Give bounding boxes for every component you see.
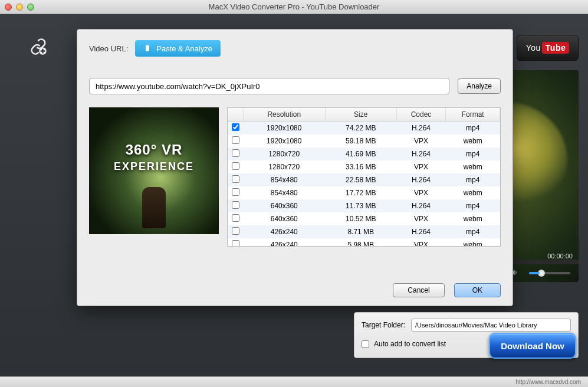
ok-button[interactable]: OK [454, 283, 501, 297]
table-row[interactable]: 854x48017.72 MBVPXwebm [228, 186, 500, 199]
cancel-button[interactable]: Cancel [393, 283, 444, 297]
cell-codec: VPX [396, 212, 446, 225]
cell-format: mp4 [446, 199, 500, 212]
auto-add-label: Auto add to convert list [374, 340, 446, 348]
traffic-lights [5, 4, 34, 11]
add-link-tool[interactable] [29, 38, 47, 55]
table-row[interactable]: 640x36010.52 MBVPXwebm [228, 212, 500, 225]
cell-format: mp4 [446, 122, 500, 135]
cell-format: webm [446, 186, 500, 199]
table-row[interactable]: 854x48022.58 MBH.264mp4 [228, 173, 500, 186]
cell-size: 17.72 MB [325, 186, 396, 199]
footer-bar: http://www.macxdvd.com [0, 376, 588, 387]
app-background: YouTube 00:00:00 Video URL: Paste & Anal… [0, 14, 588, 376]
close-window-button[interactable] [5, 4, 12, 11]
cell-size: 33.16 MB [325, 160, 396, 173]
video-url-label: Video URL: [89, 44, 128, 53]
clipboard-icon [143, 44, 152, 53]
cell-codec: H.264 [396, 147, 446, 160]
cell-format: mp4 [446, 147, 500, 160]
cell-format: webm [446, 238, 500, 247]
row-checkbox[interactable] [232, 136, 239, 144]
cell-codec: H.264 [396, 225, 446, 238]
cell-codec: H.264 [396, 173, 446, 186]
target-folder-label: Target Folder: [362, 321, 405, 329]
cell-size: 5.98 MB [325, 238, 396, 247]
cell-size: 8.71 MB [325, 225, 396, 238]
zoom-window-button[interactable] [27, 4, 34, 11]
row-checkbox[interactable] [232, 175, 239, 183]
auto-add-checkbox[interactable] [362, 340, 369, 348]
format-table[interactable]: Resolution Size Codec Format 1920x108074… [227, 107, 501, 247]
cell-resolution: 854x480 [243, 186, 325, 199]
cell-format: mp4 [446, 225, 500, 238]
target-folder-input[interactable] [411, 319, 571, 332]
col-format[interactable]: Format [446, 108, 500, 122]
window-titlebar: MacX Video Converter Pro - YouTube Downl… [0, 0, 588, 14]
col-size[interactable]: Size [325, 108, 396, 122]
table-row[interactable]: 640x36011.73 MBH.264mp4 [228, 199, 500, 212]
youtube-badge-tube: Tube [542, 42, 569, 54]
row-checkbox[interactable] [232, 201, 239, 209]
paste-analyze-label: Paste & Analyze [156, 44, 212, 53]
cell-resolution: 640x360 [243, 199, 325, 212]
cell-size: 41.69 MB [325, 147, 396, 160]
table-row[interactable]: 426x2405.98 MBVPXwebm [228, 238, 500, 247]
row-checkbox[interactable] [232, 162, 239, 170]
cell-resolution: 1280x720 [243, 147, 325, 160]
footer-url: http://www.macxdvd.com [515, 379, 581, 385]
youtube-badge-you: You [526, 43, 541, 53]
cell-codec: VPX [396, 160, 446, 173]
row-checkbox[interactable] [232, 214, 239, 222]
row-checkbox[interactable] [232, 227, 239, 235]
cell-resolution: 1920x1080 [243, 122, 325, 135]
cell-codec: VPX [396, 135, 446, 147]
download-options-dialog: Video URL: Paste & Analyze Analyze 360° … [77, 29, 513, 306]
cell-size: 59.18 MB [325, 135, 396, 147]
table-row[interactable]: 1280x72041.69 MBH.264mp4 [228, 147, 500, 160]
row-checkbox[interactable] [232, 123, 239, 131]
cell-size: 74.22 MB [325, 122, 396, 135]
table-header-row: Resolution Size Codec Format [228, 108, 500, 122]
cell-codec: H.264 [396, 122, 446, 135]
cell-size: 22.58 MB [325, 173, 396, 186]
video-thumbnail: 360° VR EXPERIENCE [89, 107, 219, 234]
table-row[interactable]: 1920x108059.18 MBVPXwebm [228, 135, 500, 147]
thumbnail-title-line2: EXPERIENCE [89, 160, 219, 173]
table-row[interactable]: 426x2408.71 MBH.264mp4 [228, 225, 500, 238]
volume-slider[interactable] [529, 272, 570, 274]
row-checkbox[interactable] [232, 149, 239, 157]
table-row[interactable]: 1920x108074.22 MBH.264mp4 [228, 122, 500, 135]
cell-codec: VPX [396, 186, 446, 199]
volume-knob[interactable] [538, 270, 545, 277]
window-title: MacX Video Converter Pro - YouTube Downl… [0, 2, 588, 11]
playback-timecode: 00:00:00 [547, 252, 573, 260]
cell-format: webm [446, 160, 500, 173]
cell-format: mp4 [446, 173, 500, 186]
minimize-window-button[interactable] [16, 4, 23, 11]
cell-resolution: 426x240 [243, 225, 325, 238]
cell-codec: VPX [396, 238, 446, 247]
download-now-button[interactable]: Download Now [489, 333, 576, 359]
cell-resolution: 426x240 [243, 238, 325, 247]
cell-size: 10.52 MB [325, 212, 396, 225]
table-row[interactable]: 1280x72033.16 MBVPXwebm [228, 160, 500, 173]
col-resolution[interactable]: Resolution [243, 108, 325, 122]
cell-resolution: 1920x1080 [243, 135, 325, 147]
cell-format: webm [446, 135, 500, 147]
cell-resolution: 640x360 [243, 212, 325, 225]
cell-format: webm [446, 212, 500, 225]
cell-size: 11.73 MB [325, 199, 396, 212]
analyze-button[interactable]: Analyze [458, 78, 501, 94]
paste-analyze-button[interactable]: Paste & Analyze [135, 40, 221, 57]
row-checkbox[interactable] [232, 188, 239, 196]
cell-resolution: 854x480 [243, 173, 325, 186]
thumbnail-title-line1: 360° VR [89, 142, 219, 158]
row-checkbox[interactable] [232, 240, 239, 247]
col-codec[interactable]: Codec [396, 108, 446, 122]
cell-codec: H.264 [396, 199, 446, 212]
cell-resolution: 1280x720 [243, 160, 325, 173]
youtube-badge: YouTube [517, 35, 579, 61]
video-url-input[interactable] [89, 78, 449, 94]
